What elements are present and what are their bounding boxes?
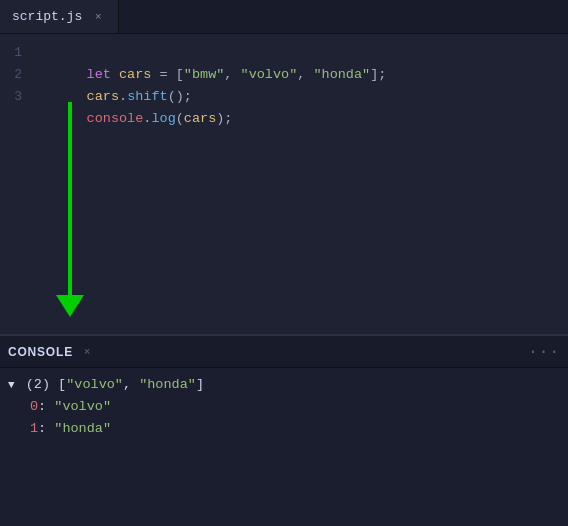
line-number-3: 3 [0, 86, 38, 108]
punct: ( [176, 111, 184, 126]
console-str-honda: "honda" [139, 377, 196, 392]
console-dots[interactable]: ··· [528, 343, 560, 361]
punct: ); [216, 111, 232, 126]
console-bracket-close: ] [196, 377, 204, 392]
console-header: CONSOLE × ··· [0, 336, 568, 368]
punct: , [297, 67, 313, 82]
tab-filename: script.js [12, 9, 82, 24]
str-volvo: "volvo" [241, 67, 298, 82]
var-cars-3: cars [184, 111, 216, 126]
punct: , [224, 67, 240, 82]
green-arrow [55, 102, 85, 317]
code-editor: 1 let cars = ["bmw", "volvo", "honda"]; … [0, 34, 568, 334]
tab-script-js[interactable]: script.js × [0, 0, 119, 33]
console-str-volvo: "volvo" [66, 377, 123, 392]
str-honda: "honda" [313, 67, 370, 82]
console-key-0: 0 [30, 399, 38, 414]
tab-close-icon[interactable]: × [90, 9, 106, 25]
console-colon-0: : [38, 399, 54, 414]
console-val-1: "honda" [54, 421, 111, 436]
console-val-0: "volvo" [54, 399, 111, 414]
line-number-1: 1 [0, 42, 38, 64]
console-panel: CONSOLE × ··· ▼ (2) ["volvo", "honda"] 0… [0, 334, 568, 526]
method-log: log [151, 111, 175, 126]
console-comma-1: , [123, 377, 139, 392]
console-key-1: 1 [30, 421, 38, 436]
arrow-shaft [68, 102, 72, 295]
console-item-1: 1: "honda" [8, 418, 560, 440]
punct: ]; [370, 67, 386, 82]
console-array-label: (2) [ [26, 377, 67, 392]
tab-bar: script.js × [0, 0, 568, 34]
console-array-row: ▼ (2) ["volvo", "honda"] [8, 374, 560, 396]
console-tab-label: CONSOLE [8, 345, 73, 359]
line-number-2: 2 [0, 64, 38, 86]
kw-console: console [87, 111, 144, 126]
console-colon-1: : [38, 421, 54, 436]
console-output: ▼ (2) ["volvo", "honda"] 0: "volvo" 1: "… [0, 368, 568, 446]
code-line-1: 1 let cars = ["bmw", "volvo", "honda"]; [0, 42, 568, 64]
console-tab-close-icon[interactable]: × [79, 344, 95, 360]
arrow-head [56, 295, 84, 317]
console-item-0: 0: "volvo" [8, 396, 560, 418]
expand-triangle-icon[interactable]: ▼ [8, 379, 15, 391]
